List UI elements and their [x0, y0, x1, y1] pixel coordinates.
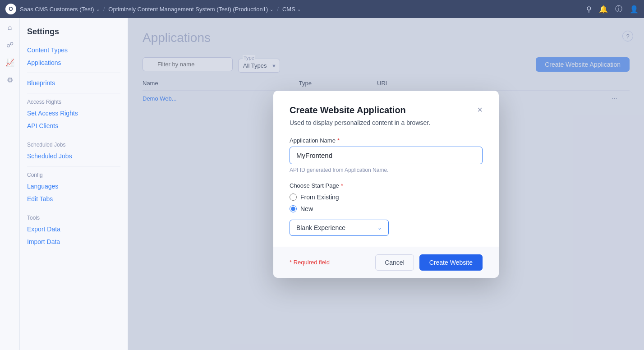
- radio-from-existing-input[interactable]: [290, 193, 297, 201]
- nav-cms[interactable]: CMS ⌄: [282, 6, 301, 13]
- sidebar-section-access-rights: Access Rights: [27, 99, 120, 105]
- modal-title: Create Website Application: [290, 105, 406, 115]
- nav-optimizely[interactable]: Optimizely Content Management System (Te…: [108, 6, 273, 13]
- sidebar-section-tools: Tools: [27, 215, 120, 221]
- main-layout: ⌂ ☍ 📈 ⚙ Settings Content Types Applicati…: [0, 18, 644, 350]
- modal: Create Website Application × Used to dis…: [273, 91, 499, 278]
- required-star-2: *: [341, 182, 343, 189]
- radio-new-input[interactable]: [290, 205, 297, 212]
- sidebar-item-api-clients[interactable]: API Clients: [27, 120, 120, 132]
- content-area: Applications ⚲ Type All Types ▼ Create W…: [128, 18, 644, 350]
- app-name-label: Application Name *: [290, 137, 483, 144]
- radio-group: From Existing New: [290, 193, 483, 212]
- start-page-dropdown[interactable]: Blank Experience ⌄: [290, 220, 389, 236]
- sidebar-item-scheduled-jobs[interactable]: Scheduled Jobs: [27, 150, 120, 162]
- sidebar-item-applications[interactable]: Applications: [27, 56, 120, 69]
- chevron-icon: ⌄: [270, 7, 273, 12]
- chevron-icon: ⌄: [96, 7, 100, 12]
- sidebar-item-content-types[interactable]: Content Types: [27, 44, 120, 56]
- sidebar-item-set-access-rights[interactable]: Set Access Rights: [27, 107, 120, 120]
- nav-saas-cms[interactable]: Saas CMS Customers (Test) ⌄: [20, 6, 100, 13]
- required-star: *: [337, 137, 340, 144]
- app-name-input[interactable]: [290, 147, 483, 164]
- radio-from-existing[interactable]: From Existing: [290, 193, 483, 201]
- modal-overlay: Create Website Application × Used to dis…: [128, 18, 644, 350]
- home-icon[interactable]: ⌂: [8, 23, 12, 32]
- create-website-button[interactable]: Create Website: [419, 254, 483, 271]
- logo: O: [5, 4, 16, 14]
- modal-footer: * Required field Cancel Create Website: [273, 247, 499, 278]
- modal-header: Create Website Application ×: [290, 105, 483, 115]
- sidebar: Settings Content Types Applications Blue…: [20, 18, 128, 350]
- top-nav: O Saas CMS Customers (Test) ⌄ / Optimize…: [0, 0, 644, 18]
- settings-icon[interactable]: ⚙: [7, 76, 13, 84]
- footer-buttons: Cancel Create Website: [375, 254, 483, 271]
- sidebar-item-languages[interactable]: Languages: [27, 180, 120, 193]
- top-nav-right: ⚲ 🔔 ⓘ 👤: [586, 5, 639, 14]
- bell-icon[interactable]: 🔔: [599, 5, 608, 14]
- sidebar-item-blueprints[interactable]: Blueprints: [27, 77, 120, 89]
- sidebar-item-edit-tabs[interactable]: Edit Tabs: [27, 193, 120, 205]
- sidebar-item-import-data[interactable]: Import Data: [27, 235, 120, 248]
- sidebar-title: Settings: [27, 27, 120, 37]
- modal-subtitle: Used to display personalized content in …: [290, 119, 483, 126]
- search-icon[interactable]: ⚲: [586, 5, 592, 14]
- start-page-label: Choose Start Page *: [290, 182, 483, 189]
- user-icon[interactable]: 👤: [630, 5, 639, 14]
- required-note: * Required field: [290, 259, 330, 266]
- chevron-icon: ⌄: [297, 7, 301, 12]
- chevron-down-icon: ⌄: [377, 225, 382, 231]
- sidebar-item-export-data[interactable]: Export Data: [27, 223, 120, 235]
- icon-sidebar: ⌂ ☍ 📈 ⚙: [0, 18, 20, 350]
- sidebar-section-config: Config: [27, 172, 120, 178]
- radio-new[interactable]: New: [290, 205, 483, 212]
- sidebar-section-scheduled-jobs: Scheduled Jobs: [27, 142, 120, 148]
- modal-close-button[interactable]: ×: [477, 105, 483, 114]
- help-circle-icon[interactable]: ⓘ: [615, 5, 622, 14]
- chart-icon[interactable]: ☍: [6, 41, 14, 49]
- modal-body: Create Website Application × Used to dis…: [273, 91, 499, 247]
- app-name-hint: API ID generated from Application Name.: [290, 167, 483, 173]
- analytics-icon[interactable]: 📈: [5, 58, 14, 67]
- cancel-button[interactable]: Cancel: [375, 254, 414, 271]
